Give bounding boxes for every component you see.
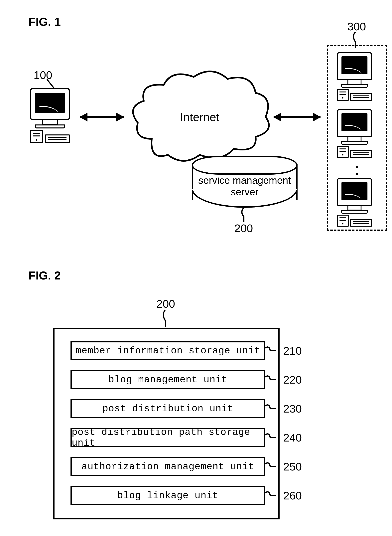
ref-260: 260 bbox=[283, 489, 302, 502]
unit-row-250: authorization management unit bbox=[70, 457, 265, 476]
figure-2-label: FIG. 2 bbox=[28, 269, 61, 282]
group-computer-1 bbox=[337, 52, 372, 101]
unit-box-post-path-storage: post distribution path storage unit bbox=[70, 428, 265, 447]
ref-240: 240 bbox=[283, 431, 302, 444]
ref-220: 220 bbox=[283, 373, 302, 386]
group-computer-2 bbox=[337, 109, 372, 158]
arrow-internet-group bbox=[274, 116, 321, 118]
lead-line-240 bbox=[263, 427, 277, 445]
server-label-line1: service management bbox=[198, 175, 291, 186]
service-management-server: service management server bbox=[192, 156, 298, 208]
unit-box-post-distribution: post distribution unit bbox=[70, 399, 265, 418]
ref-200: 200 bbox=[232, 222, 256, 235]
unit-box-blog-management: blog management unit bbox=[70, 370, 265, 389]
lead-line-210 bbox=[263, 340, 277, 357]
unit-box-blog-linkage: blog linkage unit bbox=[70, 486, 265, 505]
server-block: member information storage unit blog man… bbox=[53, 328, 280, 519]
ref-230: 230 bbox=[283, 402, 302, 415]
page: FIG. 1 300 ··· bbox=[0, 0, 392, 536]
unit-row-230: post distribution unit bbox=[70, 399, 265, 418]
lead-line-220 bbox=[263, 369, 277, 386]
fig2-ref-200: 200 bbox=[154, 297, 178, 310]
lead-line-200 bbox=[237, 207, 251, 223]
lead-line-250 bbox=[263, 456, 277, 474]
unit-box-authorization: authorization management unit bbox=[70, 457, 265, 476]
unit-box-member-info: member information storage unit bbox=[70, 341, 265, 360]
figure-1-label: FIG. 1 bbox=[28, 15, 61, 28]
unit-row-220: blog management unit bbox=[70, 370, 265, 389]
unit-row-210: member information storage unit bbox=[70, 341, 265, 360]
client-group-box: ··· bbox=[327, 45, 387, 231]
client-computer bbox=[30, 88, 70, 143]
server-label-line2: server bbox=[231, 186, 259, 197]
unit-row-260: blog linkage unit bbox=[70, 486, 265, 505]
cloud-label: Internet bbox=[180, 110, 219, 124]
unit-row-240: post distribution path storage unit bbox=[70, 428, 265, 447]
lead-line-fig2-200 bbox=[158, 309, 172, 328]
internet-cloud: Internet bbox=[128, 67, 272, 167]
group-computer-3 bbox=[337, 178, 372, 227]
lead-line-230 bbox=[263, 398, 277, 416]
ref-250: 250 bbox=[283, 460, 302, 473]
ref-210: 210 bbox=[283, 344, 302, 357]
arrow-client-internet bbox=[80, 116, 124, 118]
lead-line-260 bbox=[263, 484, 277, 503]
